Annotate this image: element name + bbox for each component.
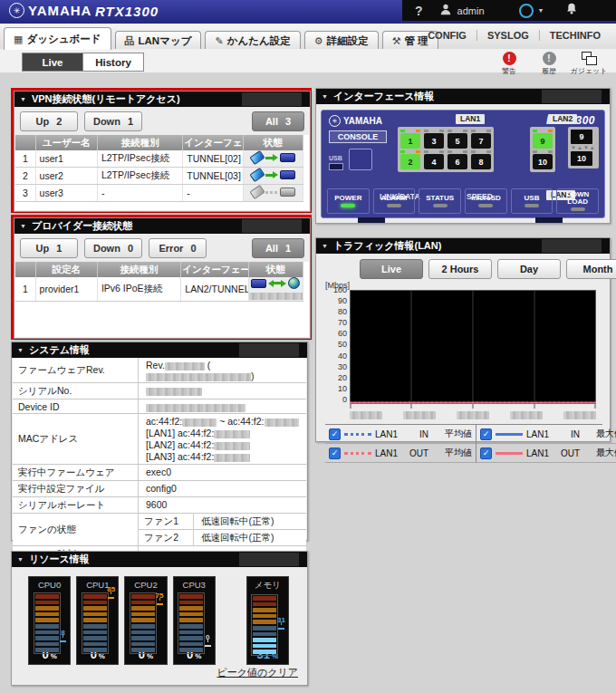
gauge-segment: [83, 612, 107, 617]
gadget-icon-item[interactable]: ガジェット: [573, 52, 605, 76]
speed-led-icon: [548, 150, 553, 153]
range-button-month[interactable]: Month: [566, 259, 616, 279]
y-tick-label: 30: [338, 362, 347, 371]
collapse-icon[interactable]: ▼: [322, 93, 328, 100]
history-button[interactable]: History: [83, 53, 144, 72]
y-axis-labels: 1009080706050403020100: [325, 285, 350, 404]
history-icon-item[interactable]: !履歴: [533, 52, 565, 76]
collapse-icon[interactable]: ▼: [17, 347, 24, 353]
range-button-day[interactable]: Day: [497, 259, 561, 279]
range-button-2-hours[interactable]: 2 Hours: [428, 259, 492, 279]
tab-2[interactable]: ✎かんたん設定: [205, 31, 300, 50]
ethernet-port[interactable]: 8: [471, 154, 491, 169]
sfp-port-group: 9▼▲▼▲10: [568, 127, 599, 168]
collapse-icon[interactable]: ▼: [322, 243, 328, 249]
legend-checkbox[interactable]: ✓: [480, 428, 492, 440]
panel-drag-handle[interactable]: [242, 219, 302, 233]
column-header[interactable]: 接続種別: [97, 135, 182, 150]
chevron-down-icon[interactable]: ▼: [538, 7, 544, 14]
filter-button-up[interactable]: Up2: [20, 111, 78, 131]
ethernet-port[interactable]: 1: [400, 133, 420, 149]
resource-panel-header[interactable]: ▼ リソース情報: [12, 552, 307, 567]
speed-led-icon: [463, 130, 467, 132]
filter-button-down[interactable]: Down1: [84, 111, 142, 131]
legend-checkbox[interactable]: ✓: [329, 428, 341, 440]
gauge-segment: [131, 624, 155, 629]
column-header[interactable]: インターフェース: [183, 135, 243, 150]
panel-drag-handle[interactable]: [239, 343, 299, 357]
link-led-icon: [400, 150, 405, 153]
provider-panel-header[interactable]: ▼ プロバイダー接続状態: [14, 218, 310, 234]
filter-button-all[interactable]: All3: [252, 111, 304, 131]
filter-button-all[interactable]: All1: [252, 238, 304, 258]
alert-icon-item[interactable]: !警告: [493, 52, 525, 76]
panel-drag-handle[interactable]: [542, 239, 602, 253]
fan-name: ファン1: [139, 514, 194, 529]
ethernet-port[interactable]: 7: [471, 133, 491, 149]
lan1-port-group: 13572468: [398, 127, 494, 172]
link-led-icon: [533, 150, 537, 153]
provider-panel-highlight: ▼ プロバイダー接続状態 Up1Down0Error0All1 設定名接続種別イ…: [11, 215, 312, 340]
column-header[interactable]: [15, 262, 35, 277]
status-cell: [243, 150, 303, 168]
lanmap-icon: 品: [125, 34, 135, 48]
column-header[interactable]: インターフェース: [181, 262, 248, 277]
tab-0[interactable]: ▦ダッシュボード: [4, 27, 111, 50]
redacted-value: [403, 411, 436, 419]
sfp-port[interactable]: 9: [571, 130, 592, 144]
legend-stat: 最大値: [583, 428, 616, 440]
legend-checkbox[interactable]: ✓: [329, 448, 341, 459]
system-panel-header[interactable]: ▼ システム情報: [12, 342, 307, 358]
column-header[interactable]: 状態: [243, 135, 303, 150]
filter-button-up[interactable]: Up1: [20, 238, 78, 258]
collapse-icon[interactable]: ▼: [20, 223, 26, 229]
ethernet-port[interactable]: 2: [400, 154, 420, 169]
column-header[interactable]: ユーザー名: [35, 135, 97, 150]
tab-1[interactable]: 品LANマップ: [115, 31, 202, 50]
bell-icon[interactable]: [565, 2, 578, 19]
faceplate-brand: ✳ YAMAHA: [329, 115, 382, 127]
ethernet-port[interactable]: 6: [448, 154, 467, 169]
collapse-icon[interactable]: ▼: [20, 96, 26, 102]
ethernet-port[interactable]: 3: [424, 133, 444, 149]
connection-indicator-icon[interactable]: [519, 4, 534, 18]
ethernet-port[interactable]: 9: [533, 133, 553, 149]
column-header[interactable]: [15, 135, 35, 150]
column-header[interactable]: 設定名: [35, 262, 97, 277]
legend-direction: OUT: [553, 448, 580, 458]
collapse-icon[interactable]: ▼: [17, 556, 24, 563]
gauge-body: 31: [249, 593, 285, 647]
range-button-live[interactable]: Live: [360, 259, 423, 279]
y-tick-label: 20: [338, 373, 347, 382]
filter-button-error[interactable]: Error0: [149, 238, 207, 258]
column-header[interactable]: 接続種別: [97, 262, 180, 277]
clear-peak-link[interactable]: ピーク値のクリア: [217, 666, 298, 679]
vpn-panel-header[interactable]: ▼ VPN接続状態(リモートアクセス): [14, 91, 310, 107]
interface-panel-header[interactable]: ▼ インターフェース情報: [316, 89, 610, 104]
top-link-techinfo[interactable]: TECHINFO: [539, 30, 611, 41]
traffic-panel-header[interactable]: ▼ トラフィック情報(LAN): [316, 238, 610, 254]
panel-drag-handle[interactable]: [542, 90, 602, 103]
panel-drag-handle[interactable]: [239, 553, 299, 566]
speed-led-icon: [439, 130, 444, 132]
ethernet-port[interactable]: 10: [533, 154, 553, 169]
legend-checkbox[interactable]: ✓: [480, 448, 492, 459]
faceplate-foot: [535, 217, 563, 223]
dashboard-page: ✳ YAMAHA RTX1300 ? admin ▼ ▦ダッシュボード品LANマ…: [0, 0, 616, 693]
ethernet-port[interactable]: 4: [424, 154, 444, 169]
filter-button-down[interactable]: Down0: [84, 238, 142, 258]
live-button[interactable]: Live: [22, 53, 83, 72]
sfp-port[interactable]: 10: [571, 151, 592, 166]
top-link-config[interactable]: CONFIG: [418, 30, 476, 41]
panel-drag-handle[interactable]: [242, 92, 302, 106]
y-axis-unit-label: [Mbps]: [325, 281, 602, 290]
tab-3[interactable]: ⚙詳細設定: [304, 31, 379, 50]
top-link-syslog[interactable]: SYSLOG: [476, 30, 539, 41]
ethernet-port[interactable]: 5: [448, 133, 467, 149]
help-icon[interactable]: ?: [415, 4, 423, 18]
traffic-panel-title: トラフィック情報(LAN): [333, 239, 441, 253]
column-header[interactable]: 状態: [248, 262, 303, 277]
cell-name: user2: [35, 168, 97, 185]
gauge-segment: [253, 620, 276, 624]
speed-led-icon: [486, 130, 491, 132]
